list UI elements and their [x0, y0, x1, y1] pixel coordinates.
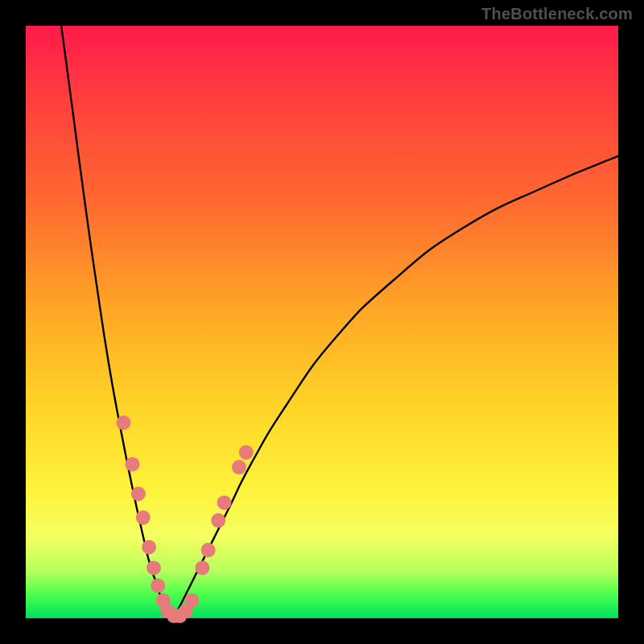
curve-right-branch	[174, 156, 618, 618]
data-marker	[147, 560, 161, 575]
curve-left-branch	[61, 26, 174, 618]
data-marker	[151, 579, 165, 593]
data-marker	[232, 460, 246, 474]
marker-layer	[116, 415, 253, 623]
data-marker	[217, 495, 232, 510]
data-marker	[201, 543, 216, 557]
data-marker	[131, 486, 146, 501]
plot-area	[26, 26, 618, 618]
data-marker	[184, 593, 199, 608]
data-marker	[116, 415, 130, 430]
data-marker	[211, 514, 225, 528]
curve-layer	[61, 26, 618, 618]
chart-frame: TheBottleneck.com	[0, 0, 644, 644]
data-marker	[195, 560, 209, 575]
data-marker	[239, 445, 254, 460]
data-marker	[125, 457, 139, 472]
watermark-text: TheBottleneck.com	[481, 5, 633, 23]
data-marker	[142, 540, 156, 555]
chart-svg	[26, 26, 618, 618]
data-marker	[136, 510, 151, 525]
